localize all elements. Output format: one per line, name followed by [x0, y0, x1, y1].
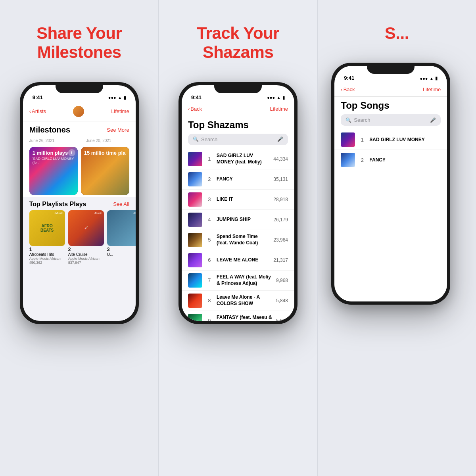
song-rank-5: 5	[206, 237, 213, 243]
middle-title: Track YourShazams	[197, 24, 279, 62]
song-row-7[interactable]: 7 FEEL A WAY (feat. Moliy & Princess Adj…	[182, 271, 294, 291]
right-song-artwork-2	[341, 153, 355, 167]
playlist-item-3[interactable]: ♪Music 3 U...	[107, 210, 136, 265]
middle-phone-notch	[214, 82, 262, 93]
share-icon[interactable]: ⬆	[68, 149, 75, 156]
middle-phone-screen: 9:41 ●●● ▲ ▮ ‹ Back Lifetime Top Shazams	[182, 85, 294, 321]
right-status-icons: ●●● ▲ ▮	[420, 76, 438, 81]
playlist-name-1: Afrobeats Hits	[29, 252, 65, 257]
search-bar[interactable]: 🔍 Search 🎤	[188, 134, 288, 145]
right-nav-back[interactable]: ‹ Back	[341, 86, 355, 92]
middle-battery-icon: ▮	[282, 95, 285, 100]
nav-bar: ‹ Artists Lifetime	[23, 103, 136, 121]
song-label-1: 'SAD GIRLZ LUV MONEY (fe...'	[33, 157, 75, 165]
song-count-9: 5,009	[276, 318, 288, 321]
song-info-8: Leave Me Alone - A COLORS SHOW	[217, 294, 272, 307]
song-count-6: 21,317	[273, 257, 288, 263]
card-artwork-2: 15 millio time pla	[81, 147, 129, 195]
right-song-artwork-1	[341, 132, 355, 147]
nav-back-button[interactable]: ‹ Artists	[29, 108, 46, 114]
song-count-7: 9,968	[276, 278, 288, 283]
playlist-name-3: U...	[107, 252, 136, 257]
song-info-4: JUMPING SHIP	[217, 217, 269, 223]
song-name-5: Spend Some Time (feat. Wande Coal)	[217, 234, 269, 246]
playlist-count-2: 837,847	[68, 261, 104, 265]
screen-content: ‹ Artists Lifetime Milestones See More J…	[23, 103, 136, 321]
song-row-4[interactable]: 4 JUMPING SHIP 26,179	[182, 210, 294, 230]
right-search-bar[interactable]: 🔍 Search 🎤	[341, 114, 441, 126]
playlist-row: AFROBEATS ♪Music 1 Afrobeats Hits Apple …	[23, 210, 136, 265]
plays-label-2: 15 millio time pla	[84, 150, 126, 156]
song-artwork-8	[188, 294, 202, 308]
avatar[interactable]	[73, 106, 84, 117]
right-song-info-2: FANCY	[369, 157, 441, 163]
right-song-name-2: FANCY	[369, 157, 441, 163]
playlist-sublabel-2: Apple Music African	[68, 257, 104, 261]
milestone-cards: 1 million plays 'SAD GIRLZ LUV MONEY (fe…	[23, 145, 136, 197]
middle-nav-back[interactable]: ‹ Back	[188, 106, 202, 112]
nav-back-label: Artists	[32, 108, 46, 114]
status-time: 9:41	[33, 94, 43, 100]
see-all-button[interactable]: See All	[113, 201, 129, 207]
playlists-section-header: Top Playlists Plays See All	[23, 197, 136, 210]
middle-lifetime-button[interactable]: Lifetime	[270, 106, 288, 112]
song-name-3: LIKE IT	[217, 196, 269, 203]
right-song-list: 1 SAD GIRLZ LUV MONEY 2 FANCY	[334, 130, 447, 301]
playlist-item-1[interactable]: AFROBEATS ♪Music 1 Afrobeats Hits Apple …	[29, 210, 65, 265]
battery-icon: ▮	[124, 95, 126, 100]
song-artwork-4	[188, 213, 202, 227]
song-artwork-9	[188, 314, 202, 321]
song-artwork-5	[188, 233, 202, 247]
playlist-name-2: Alté Cruise	[68, 252, 104, 257]
middle-signal-icon: ●●●	[267, 95, 275, 100]
right-screen-content: ‹ Back Lifetime Top Songs 🔍 Search 🎤 1	[334, 83, 447, 301]
song-row-3[interactable]: 3 LIKE IT 28,918	[182, 190, 294, 210]
song-artwork-6	[188, 253, 202, 267]
right-panel: S... 9:41 ●●● ▲ ▮ ‹ Back Lifetime	[317, 0, 476, 476]
right-song-info-1: SAD GIRLZ LUV MONEY	[369, 137, 441, 143]
song-rank-8: 8	[206, 298, 213, 303]
song-row-8[interactable]: 8 Leave Me Alone - A COLORS SHOW 5,848	[182, 291, 294, 311]
middle-panel: Track YourShazams 9:41 ●●● ▲ ▮ ‹ Back	[159, 0, 317, 476]
song-artwork-1	[188, 152, 202, 166]
top-shazams-title: Top Shazams	[182, 116, 294, 134]
right-lifetime-button[interactable]: Lifetime	[423, 86, 441, 92]
lifetime-button[interactable]: Lifetime	[111, 108, 129, 114]
song-info-7: FEEL A WAY (feat. Moliy & Princess Adjua…	[217, 274, 272, 286]
song-row-5[interactable]: 5 Spend Some Time (feat. Wande Coal) 23,…	[182, 230, 294, 250]
middle-back-label: Back	[190, 106, 202, 112]
song-count-5: 23,964	[273, 237, 288, 243]
song-info-9: FANTASY (feat. Maesu & CKay)	[217, 315, 272, 321]
song-row-6[interactable]: 6 LEAVE ME ALONE 21,317	[182, 250, 294, 271]
right-song-name-1: SAD GIRLZ LUV MONEY	[369, 137, 441, 143]
playlist-rank-3: 3	[107, 247, 136, 252]
playlist-item-2[interactable]: 🎸 ♪Music 2 Alté Cruise Apple Music Afric…	[68, 210, 104, 265]
song-row-9[interactable]: 9 FANTASY (feat. Maesu & CKay) 5,009	[182, 311, 294, 321]
song-count-4: 26,179	[273, 217, 288, 223]
phone-notch	[56, 82, 103, 93]
afro-label: AFROBEATS	[40, 224, 54, 232]
song-artwork-7	[188, 273, 202, 288]
card-artwork-1: 1 million plays 'SAD GIRLZ LUV MONEY (fe…	[29, 147, 78, 195]
milestone-card-2[interactable]: 15 millio time pla	[81, 147, 129, 195]
song-info-5: Spend Some Time (feat. Wande Coal)	[217, 234, 269, 246]
song-count-1: 44,334	[273, 156, 288, 162]
playlist-artwork-3: ♪Music	[107, 210, 136, 246]
right-song-row-1[interactable]: 1 SAD GIRLZ LUV MONEY	[334, 130, 447, 150]
song-row-2[interactable]: 2 FANCY 35,131	[182, 169, 294, 190]
song-rank-3: 3	[206, 196, 213, 202]
right-mic-icon: 🎤	[430, 117, 436, 123]
milestones-header: Milestones See More	[23, 121, 136, 138]
song-row-1[interactable]: 1 SAD GIRLZ LUV MONEY (feat. Moliy) 44,3…	[182, 149, 294, 169]
playlist-rank-1: 1	[29, 247, 65, 252]
right-search-icon: 🔍	[345, 117, 351, 123]
right-song-row-2[interactable]: 2 FANCY	[334, 150, 447, 170]
middle-status-icons: ●●● ▲ ▮	[267, 95, 285, 100]
see-more-button[interactable]: See More	[107, 127, 129, 133]
right-page-title: Top Songs	[334, 97, 447, 114]
milestone-card-1[interactable]: 1 million plays 'SAD GIRLZ LUV MONEY (fe…	[29, 147, 78, 195]
song-name-9: FANTASY (feat. Maesu & CKay)	[217, 315, 272, 321]
wifi-icon: ▲	[118, 95, 122, 100]
playlists-title: Top Playlists Plays	[29, 201, 86, 208]
date-2: June 20, 2021	[86, 138, 111, 143]
